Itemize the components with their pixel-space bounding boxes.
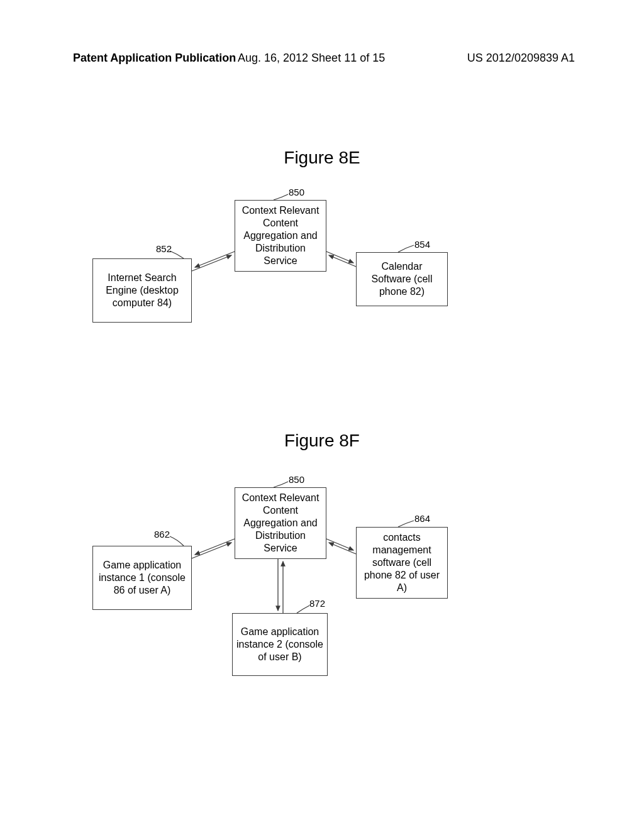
refnum-850-e: 850	[289, 187, 304, 197]
refnum-864: 864	[414, 513, 430, 524]
box-contacts-software: contacts management software (cell phone…	[356, 527, 448, 599]
svg-line-5	[195, 539, 235, 555]
refnum-852: 852	[156, 243, 172, 254]
svg-line-7	[326, 539, 353, 550]
box-calendar-software-label: Calendar Software (cell phone 82)	[360, 260, 443, 298]
refnum-854: 854	[414, 239, 430, 250]
box-service-8e-label: Context Relevant Content Aggregation and…	[239, 204, 322, 267]
figure-8f-title: Figure 8F	[284, 431, 360, 451]
figure-8e-title: Figure 8E	[284, 148, 360, 168]
svg-line-8	[329, 543, 356, 554]
svg-line-4	[329, 255, 356, 267]
box-calendar-software: Calendar Software (cell phone 82)	[356, 252, 448, 306]
box-service-8e: Context Relevant Content Aggregation and…	[235, 200, 326, 272]
box-search-engine-label: Internet Search Engine (desktop computer…	[97, 272, 187, 309]
svg-line-3	[326, 252, 353, 263]
diagram-connectors	[0, 0, 644, 830]
box-game-instance-1: Game application instance 1 (console 86 …	[92, 546, 192, 610]
svg-line-2	[192, 255, 231, 271]
refnum-872: 872	[309, 598, 325, 609]
box-game-instance-1-label: Game application instance 1 (console 86 …	[97, 559, 187, 597]
box-contacts-software-label: contacts management software (cell phone…	[360, 531, 443, 594]
refnum-850-f: 850	[289, 474, 304, 485]
svg-line-6	[192, 543, 231, 558]
header-left: Patent Application Publication	[73, 52, 236, 65]
header-right: US 2012/0209839 A1	[467, 52, 575, 65]
box-game-instance-2-label: Game application instance 2 (console of …	[236, 626, 323, 663]
box-service-8f-label: Context Relevant Content Aggregation and…	[239, 492, 322, 555]
refnum-862: 862	[154, 529, 170, 540]
header-mid: Aug. 16, 2012 Sheet 11 of 15	[238, 52, 385, 65]
svg-line-1	[195, 252, 235, 267]
box-service-8f: Context Relevant Content Aggregation and…	[235, 487, 326, 559]
box-search-engine: Internet Search Engine (desktop computer…	[92, 258, 192, 323]
box-game-instance-2: Game application instance 2 (console of …	[232, 613, 328, 676]
